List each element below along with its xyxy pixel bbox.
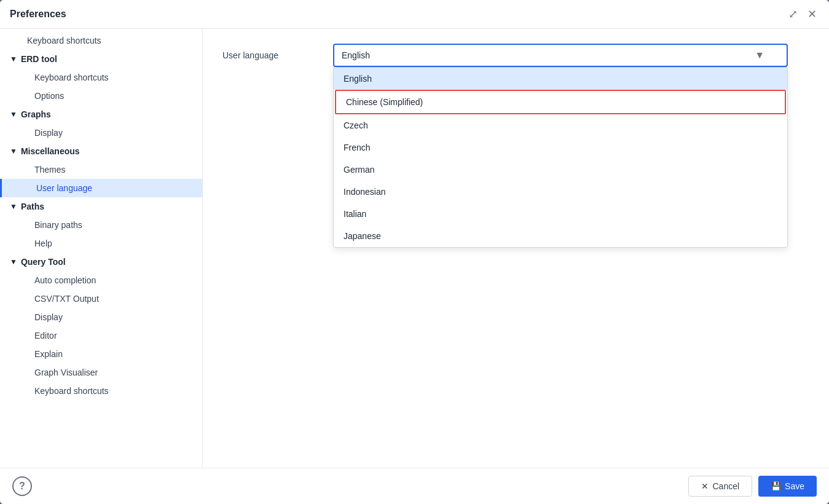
chevron-icon: ▼ [10,258,17,266]
chevron-icon: ▼ [10,55,17,63]
sidebar-item-graphs[interactable]: ▼ Graphs [0,105,202,124]
sidebar-item-keyboard-shortcuts-erd[interactable]: Keyboard shortcuts [0,68,202,87]
save-icon: 💾 [771,481,781,491]
dropdown-option-japanese[interactable]: Japanese [334,225,787,247]
sidebar-item-auto-completion[interactable]: Auto completion [0,271,202,289]
save-button[interactable]: 💾 Save [758,476,817,497]
dropdown-option-french[interactable]: French [334,136,787,159]
sidebar-item-label: Binary paths [34,220,82,230]
sidebar-item-label: Themes [34,165,66,175]
header-actions: ⤢ ✕ [786,7,819,21]
sidebar-item-display-graphs[interactable]: Display [0,124,202,142]
sidebar-item-label: Explain [34,349,63,359]
sidebar-item-csv-txt-output[interactable]: CSV/TXT Output [0,289,202,308]
main-content: User language English ▼ English Chinese … [203,29,829,468]
cancel-button[interactable]: ✕ Cancel [688,476,752,497]
dropdown-arrow-icon: ▼ [755,50,764,61]
dropdown-option-english[interactable]: English [334,68,787,90]
sidebar-item-editor[interactable]: Editor [0,326,202,345]
sidebar-item-themes[interactable]: Themes [0,160,202,179]
dialog-title: Preferences [10,9,66,20]
sidebar-item-label: Help [34,238,52,248]
sidebar-item-binary-paths[interactable]: Binary paths [0,216,202,234]
dropdown-option-indonesian[interactable]: Indonesian [334,181,787,203]
chevron-icon: ▼ [10,147,17,156]
sidebar-item-label: Paths [21,202,44,211]
sidebar-item-label: Miscellaneous [21,146,80,156]
sidebar-item-label: ERD tool [21,54,57,64]
footer-right: ✕ Cancel 💾 Save [688,476,817,497]
sidebar-item-label: Options [34,91,64,101]
sidebar-item-erd-tool[interactable]: ▼ ERD tool [0,50,202,68]
sidebar-item-label: Auto completion [34,275,96,285]
user-language-field-row: User language English ▼ English Chinese … [222,44,809,67]
sidebar-item-label: Graphs [21,109,51,119]
sidebar: Keyboard shortcuts ▼ ERD tool Keyboard s… [0,29,203,468]
sidebar-item-label: Query Tool [21,257,66,267]
language-dropdown: English Chinese (Simplified) Czech Frenc… [333,67,788,248]
sidebar-item-label: Keyboard shortcuts [27,36,101,45]
cancel-icon: ✕ [701,481,709,491]
sidebar-item-options-erd[interactable]: Options [0,87,202,105]
sidebar-item-explain[interactable]: Explain [0,345,202,363]
dropdown-option-italian[interactable]: Italian [334,203,787,225]
help-button[interactable]: ? [12,476,32,496]
sidebar-item-paths[interactable]: ▼ Paths [0,197,202,216]
close-button[interactable]: ✕ [805,7,819,21]
user-language-select[interactable]: English ▼ [333,44,788,67]
sidebar-item-label: User language [36,183,92,193]
sidebar-item-label: Graph Visualiser [34,368,98,377]
dialog-footer: ? ✕ Cancel 💾 Save [0,468,829,504]
sidebar-item-keyboard-shortcuts-qt[interactable]: Keyboard shortcuts [0,382,202,400]
sidebar-item-help[interactable]: Help [0,234,202,253]
chevron-icon: ▼ [10,110,17,119]
dialog-header: Preferences ⤢ ✕ [0,0,829,29]
dialog-body: Keyboard shortcuts ▼ ERD tool Keyboard s… [0,29,829,468]
sidebar-item-user-language[interactable]: User language [0,179,202,197]
sidebar-item-label: Display [34,128,63,138]
dropdown-option-german[interactable]: German [334,159,787,181]
sidebar-item-label: CSV/TXT Output [34,294,99,304]
sidebar-item-label: Keyboard shortcuts [34,73,109,82]
expand-button[interactable]: ⤢ [786,7,800,21]
sidebar-item-label: Display [34,312,63,322]
user-language-select-wrapper: English ▼ English Chinese (Simplified) C… [333,44,788,67]
chevron-icon: ▼ [10,202,17,211]
sidebar-item-graph-visualiser[interactable]: Graph Visualiser [0,363,202,382]
sidebar-item-miscellaneous[interactable]: ▼ Miscellaneous [0,142,202,160]
dropdown-option-chinese-simplified[interactable]: Chinese (Simplified) [335,90,786,114]
preferences-dialog: Preferences ⤢ ✕ Keyboard shortcuts ▼ ERD… [0,0,829,504]
user-language-label: User language [222,50,333,60]
sidebar-item-display-qt[interactable]: Display [0,308,202,326]
dropdown-option-czech[interactable]: Czech [334,114,787,136]
sidebar-item-label: Keyboard shortcuts [34,386,109,396]
sidebar-item-keyboard-shortcuts-top[interactable]: Keyboard shortcuts [0,31,202,50]
sidebar-item-query-tool[interactable]: ▼ Query Tool [0,253,202,271]
selected-value: English [342,50,370,60]
sidebar-item-label: Editor [34,331,57,341]
